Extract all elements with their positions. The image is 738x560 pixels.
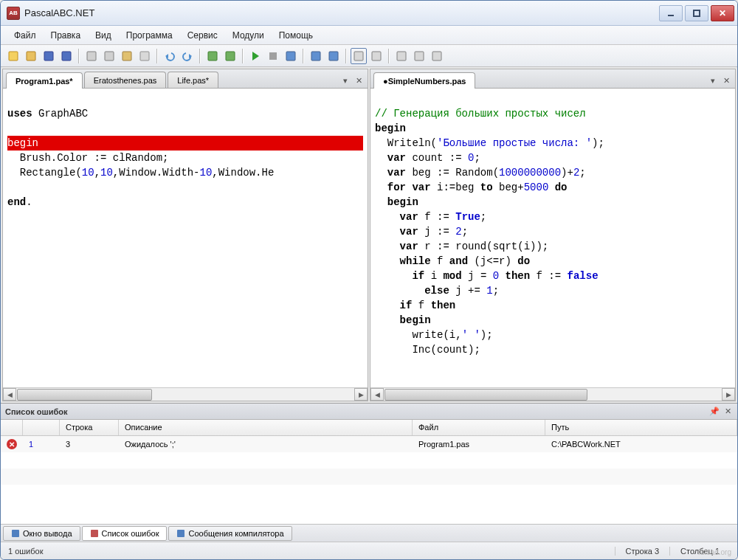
svg-rect-21	[397, 52, 406, 61]
copy-icon[interactable]	[101, 48, 117, 64]
col-number[interactable]	[23, 420, 60, 435]
tab-menu-icon[interactable]: ▾	[339, 75, 351, 86]
error-file: Program1.pas	[413, 440, 545, 449]
bottom-tab-errors-icon[interactable]: Список ошибок	[82, 526, 168, 541]
errors-columns-header: Строка Описание Файл Путь	[1, 420, 737, 436]
menubar: ФайлПравкаВидПрограммаСервисМодулиПомощь	[1, 26, 737, 45]
menu-файл[interactable]: Файл	[7, 27, 44, 44]
page3-icon[interactable]	[429, 48, 445, 64]
tab-close-icon[interactable]: ✕	[720, 75, 732, 86]
paste-icon[interactable]	[119, 48, 135, 64]
col-line[interactable]: Строка	[60, 420, 119, 435]
console-icon[interactable]	[351, 48, 367, 64]
toolbar	[1, 45, 737, 67]
status-errors: 1 ошибок	[8, 547, 615, 556]
svg-rect-22	[415, 52, 424, 61]
errors-list: ✕13Ожидалось ';'Program1.pasC:\PABCWork.…	[1, 436, 737, 524]
col-file[interactable]: Файл	[413, 420, 545, 435]
menu-сервис[interactable]: Сервис	[180, 27, 225, 44]
status-line: Строка 3	[615, 547, 670, 556]
duplicate-icon[interactable]	[137, 48, 153, 64]
close-button[interactable]: ✕	[711, 5, 734, 21]
right-tab-bar: ●SimpleNumbers.pas▾✕	[370, 69, 735, 89]
svg-rect-8	[123, 52, 131, 61]
minimize-button[interactable]	[659, 5, 683, 21]
tab-eratosthenespas[interactable]: Eratosthenes.pas	[84, 72, 167, 88]
error-line: 3	[60, 440, 119, 449]
build-icon[interactable]	[222, 48, 238, 64]
watermark: ruload.org	[698, 548, 731, 556]
panel-close-icon[interactable]: ✕	[723, 407, 733, 417]
step-into-icon[interactable]	[308, 48, 324, 64]
tab-simplenumberspas[interactable]: ●SimpleNumbers.pas	[373, 72, 475, 89]
col-icon[interactable]	[1, 420, 23, 435]
form-icon[interactable]	[368, 48, 384, 64]
scrollbar-thumb[interactable]	[384, 389, 587, 401]
right-h-scrollbar[interactable]: ◀ ▶	[370, 387, 735, 401]
scroll-right-icon[interactable]: ▶	[354, 388, 368, 401]
svg-rect-24	[12, 530, 19, 537]
error-row-empty	[1, 485, 737, 501]
left-tab-bar: Program1.pas*Eratosthenes.pasLife.pas*▾✕	[3, 69, 368, 89]
open-icon[interactable]	[23, 48, 39, 64]
pin-icon[interactable]: 📌	[709, 407, 720, 417]
scroll-left-icon[interactable]: ◀	[370, 388, 384, 401]
save-all-icon[interactable]	[58, 48, 75, 64]
menu-программа[interactable]: Программа	[119, 27, 180, 44]
svg-rect-3	[27, 52, 35, 61]
cut-icon[interactable]	[83, 48, 100, 64]
error-num: 1	[23, 440, 60, 449]
svg-rect-23	[432, 52, 441, 61]
error-row-empty	[1, 469, 737, 485]
output-icon	[11, 529, 20, 538]
scroll-left-icon[interactable]: ◀	[3, 388, 16, 401]
tab-menu-icon[interactable]: ▾	[707, 75, 719, 86]
col-description[interactable]: Описание	[119, 420, 413, 435]
right-code-editor[interactable]: // Генерация больших простых чисел begin…	[370, 89, 735, 387]
svg-rect-7	[105, 52, 114, 61]
left-h-scrollbar[interactable]: ◀ ▶	[3, 387, 368, 401]
col-path[interactable]: Путь	[545, 420, 737, 435]
menu-правка[interactable]: Правка	[44, 27, 89, 44]
menu-модули[interactable]: Модули	[225, 27, 272, 44]
svg-rect-20	[372, 52, 381, 61]
maximize-button[interactable]	[685, 5, 708, 21]
svg-rect-25	[91, 530, 98, 537]
new-file-icon[interactable]	[5, 48, 21, 64]
menu-помощь[interactable]: Помощь	[272, 27, 320, 44]
bottom-tabs: Окно выводаСписок ошибокСообщения компил…	[1, 524, 737, 542]
tab-lifepas[interactable]: Life.pas*	[168, 72, 218, 88]
window-title: PascalABC.NET	[24, 7, 659, 18]
svg-rect-5	[62, 52, 71, 61]
tab-program1pas[interactable]: Program1.pas*	[6, 72, 83, 89]
redo-icon[interactable]	[179, 48, 196, 64]
svg-rect-1	[694, 10, 700, 16]
errors-panel: Список ошибок 📌 ✕ Строка Описание Файл П…	[1, 403, 737, 542]
svg-rect-18	[329, 52, 338, 61]
menu-вид[interactable]: Вид	[88, 27, 119, 44]
errors-panel-title: Список ошибок	[5, 407, 706, 416]
compile-icon[interactable]	[204, 48, 221, 64]
svg-marker-14	[252, 52, 259, 61]
step-over-icon[interactable]	[325, 48, 342, 64]
save-icon[interactable]	[41, 48, 57, 64]
svg-rect-13	[226, 52, 235, 61]
errors-panel-header: Список ошибок 📌 ✕	[1, 404, 737, 420]
page2-icon[interactable]	[411, 48, 427, 64]
left-editor-pane: Program1.pas*Eratosthenes.pasLife.pas*▾✕…	[2, 69, 368, 401]
left-code-editor[interactable]: uses GraphABC begin Brush.Color := clRan…	[3, 89, 368, 387]
undo-icon[interactable]	[162, 48, 178, 64]
content-area: Program1.pas*Eratosthenes.pasLife.pas*▾✕…	[1, 67, 737, 403]
bottom-tab-output-icon[interactable]: Окно вывода	[3, 526, 80, 541]
scrollbar-thumb[interactable]	[17, 389, 152, 401]
stop-icon[interactable]	[265, 48, 281, 64]
run-icon[interactable]	[247, 48, 263, 64]
tab-close-icon[interactable]: ✕	[353, 75, 365, 86]
scroll-right-icon[interactable]: ▶	[722, 388, 735, 401]
titlebar: AB PascalABC.NET ✕	[1, 1, 737, 26]
page1-icon[interactable]	[393, 48, 410, 64]
error-desc: Ожидалось ';'	[119, 440, 413, 449]
error-row[interactable]: ✕13Ожидалось ';'Program1.pasC:\PABCWork.…	[1, 436, 737, 452]
bottom-tab-messages-icon[interactable]: Сообщения компилятора	[168, 526, 292, 541]
step-icon[interactable]	[283, 48, 299, 64]
